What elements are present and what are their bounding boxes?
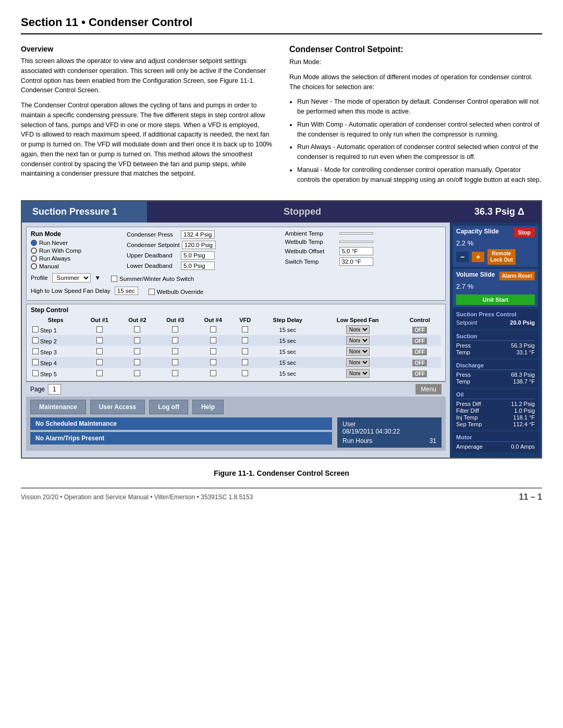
maintenance-button[interactable]: Maintenance — [30, 400, 86, 414]
dropdown-arrow-icon: ▼ — [95, 275, 101, 281]
help-button[interactable]: Help — [192, 400, 224, 414]
capacity-plus-button[interactable]: + — [472, 252, 484, 262]
step-4-out4[interactable] — [210, 359, 216, 365]
profile-label: Profile — [31, 275, 48, 281]
step-3-out5[interactable] — [242, 348, 248, 354]
radio-run-with-comp[interactable]: Run With Comp — [31, 248, 125, 254]
step-1-out1[interactable] — [96, 326, 103, 332]
step-2-out1[interactable] — [96, 337, 103, 343]
status-bar: No Scheduled Maintenance No Alarm/Trips … — [26, 417, 446, 451]
step-2-out3[interactable] — [172, 337, 178, 343]
remote-lockout-button[interactable]: RemoteLock Out — [487, 249, 515, 265]
footer-right: 11 – 1 — [519, 492, 542, 502]
oil-title: Oil — [456, 391, 535, 399]
radio-run-never[interactable]: Run Never — [31, 240, 125, 246]
radio-dot-run-always — [31, 255, 37, 262]
right-panel: Capacity Slide Stop 2.2 % − + RemoteLock… — [450, 223, 541, 458]
unit-start-button[interactable]: Unit Start — [456, 294, 535, 305]
step-control-section: Step Control Steps Out #1 Out #2 Out #3 … — [26, 304, 446, 381]
step-3-out4[interactable] — [210, 348, 216, 354]
col-steps: Steps — [31, 316, 80, 324]
motor-title: Motor — [456, 434, 535, 442]
radio-run-always[interactable]: Run Always — [31, 255, 125, 262]
step-5-out1[interactable] — [96, 370, 103, 376]
oil-sep-temp-row: Sep Temp 112.4 °F — [456, 421, 535, 427]
control-badge-4: OFF — [398, 357, 441, 368]
suction-data-section: Suction Press 56.3 Psig Temp 33.1 °F — [453, 331, 538, 358]
capacity-slide-section: Capacity Slide Stop 2.2 % − + RemoteLock… — [453, 226, 538, 267]
step-1-out5[interactable] — [242, 326, 248, 332]
step-4-out3[interactable] — [172, 359, 178, 365]
step-checkbox-1[interactable] — [32, 326, 39, 332]
low-speed-fan-select-1[interactable]: None — [346, 325, 370, 334]
user-label: User — [342, 421, 436, 428]
condenser-setpoint-value: 120.0 Psig — [182, 241, 216, 249]
ambient-temp-label: Ambient Temp — [285, 230, 337, 237]
step-checkbox-3[interactable] — [32, 348, 39, 354]
step-checkbox-4[interactable] — [32, 359, 39, 365]
oil-press-diff-row: Press Diff 11.2 Psig — [456, 401, 535, 407]
capacity-minus-button[interactable]: − — [456, 252, 469, 262]
step-3-out2[interactable] — [134, 348, 140, 354]
radio-dot-manual — [31, 263, 37, 269]
step-3-out3[interactable] — [172, 348, 178, 354]
bottom-bar: Page 1 Menu — [26, 381, 446, 397]
step-4-out2[interactable] — [134, 359, 140, 365]
step-label-3: Step 3 — [31, 346, 80, 357]
bullet-2: Run With Comp - Automatic operation of c… — [297, 120, 542, 140]
menu-button[interactable]: Menu — [415, 384, 442, 394]
step-label-4: Step 4 — [31, 357, 80, 368]
log-off-button[interactable]: Log off — [149, 400, 188, 414]
step-2-out2[interactable] — [134, 337, 140, 343]
switch-temp-value: 32.0 °F — [339, 257, 373, 266]
col-out1: Out #1 — [80, 316, 118, 324]
oil-sep-temp-label: Sep Temp — [456, 421, 482, 427]
step-checkbox-2[interactable] — [32, 337, 39, 343]
summer-winter-row[interactable]: Summer/Winter Auto Switch — [111, 276, 194, 282]
wetbulb-override-checkbox[interactable] — [149, 289, 155, 295]
step-4-out1[interactable] — [96, 359, 103, 365]
step-1-out2[interactable] — [134, 326, 140, 332]
user-access-button[interactable]: User Access — [90, 400, 145, 414]
capacity-slide-title: Capacity Slide — [456, 228, 499, 235]
step-label-5: Step 5 — [31, 368, 80, 379]
step-checkbox-5[interactable] — [32, 370, 39, 376]
discharge-title: Discharge — [456, 362, 535, 370]
step-2-out5[interactable] — [242, 337, 248, 343]
col-low-speed-fan: Low Speed Fan — [317, 316, 399, 324]
step-5-out5[interactable] — [242, 370, 248, 376]
low-speed-fan-select-5[interactable]: None — [346, 369, 370, 378]
step-5-out4[interactable] — [210, 370, 216, 376]
main-ui-panel: Suction Pressure 1 Stopped 36.3 Psig Δ R… — [21, 200, 542, 459]
step-5-out3[interactable] — [172, 370, 178, 376]
wetbulb-override-row[interactable]: Wetbulb Override — [149, 289, 203, 295]
low-speed-fan-select-4[interactable]: None — [346, 358, 370, 367]
step-2-out4[interactable] — [210, 337, 216, 343]
lower-deadband-value: 5.0 Psig — [181, 262, 215, 270]
step-1-out3[interactable] — [172, 326, 178, 332]
alarm-reset-button[interactable]: Alarm Reset — [499, 272, 535, 280]
low-speed-fan-select-3[interactable]: None — [346, 347, 370, 356]
setpoint-value: 20.0 Psig — [510, 319, 535, 326]
bullet-list: Run Never - The mode of operation by def… — [297, 97, 542, 184]
summer-winter-checkbox[interactable] — [111, 276, 117, 282]
profile-select[interactable]: Summer — [52, 273, 91, 282]
stop-button[interactable]: Stop — [514, 228, 535, 237]
step-3-out1[interactable] — [96, 348, 103, 354]
section-title: Section 11 • Condenser Control — [21, 16, 542, 34]
page-number: 1 — [48, 384, 61, 394]
motor-amperage-label: Amperage — [456, 443, 483, 450]
step-5-out2[interactable] — [134, 370, 140, 376]
low-speed-fan-select-2[interactable]: None — [346, 336, 370, 345]
run-hours-label: Run Hours — [342, 437, 372, 445]
volume-slide-title: Volume Slide — [456, 271, 495, 278]
step-label-2: Step 2 — [31, 335, 80, 346]
radio-dot-run-never — [31, 240, 37, 246]
run-mode-desc: Run Mode allows the selection of differe… — [289, 72, 542, 92]
radio-manual[interactable]: Manual — [31, 263, 125, 269]
step-4-out5[interactable] — [242, 359, 248, 365]
step-1-out4[interactable] — [210, 326, 216, 332]
suction-press-label: Press — [456, 342, 471, 349]
oil-press-diff-value: 11.2 Psig — [511, 401, 535, 407]
upper-deadband-value: 5.0 Psig — [181, 251, 215, 260]
